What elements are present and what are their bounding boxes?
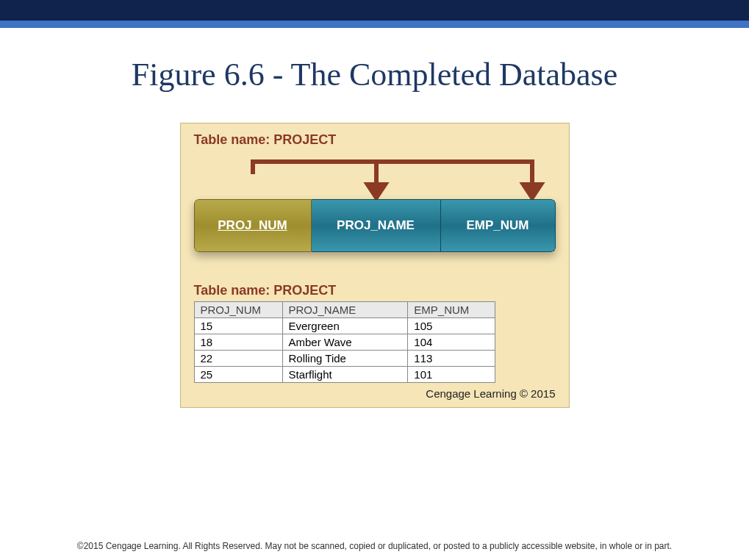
col-header-proj-num: PROJ_NUM xyxy=(194,302,282,318)
svg-marker-5 xyxy=(523,184,541,198)
schema-emp-cell: EMP_NUM xyxy=(441,199,556,252)
schema-pk-cell: PROJ_NUM xyxy=(194,199,312,252)
cell: 104 xyxy=(408,334,495,351)
schema-header-row: PROJ_NUM PROJ_NAME EMP_NUM xyxy=(194,199,556,252)
cell: 18 xyxy=(194,334,282,351)
data-table: PROJ_NUM PROJ_NAME EMP_NUM 15 Evergreen … xyxy=(194,301,495,383)
cell: 101 xyxy=(408,367,495,383)
table-row: 22 Rolling Tide 113 xyxy=(194,351,495,367)
header-bar-light xyxy=(0,21,749,28)
cell: 105 xyxy=(408,318,495,334)
arrow-diagram xyxy=(194,152,556,202)
table-row: 25 Starflight 101 xyxy=(194,367,495,383)
cell: Evergreen xyxy=(282,318,408,334)
table-header-row: PROJ_NUM PROJ_NAME EMP_NUM xyxy=(194,302,495,318)
header-bar-dark xyxy=(0,0,749,21)
dependency-arrows-icon xyxy=(194,152,562,205)
cell: Starflight xyxy=(282,367,408,383)
cell: Rolling Tide xyxy=(282,351,408,367)
table-label-bottom: Table name: PROJECT xyxy=(194,283,556,298)
svg-marker-4 xyxy=(368,184,385,198)
cell: 25 xyxy=(194,367,282,383)
slide-footer: ©2015 Cengage Learning. All Rights Reser… xyxy=(0,541,749,551)
figure-title: Figure 6.6 - The Completed Database xyxy=(0,56,749,93)
cell: 15 xyxy=(194,318,282,334)
figure-credit: Cengage Learning © 2015 xyxy=(194,387,556,400)
figure-box: Table name: PROJECT PROJ_NUM PROJ_NAME E… xyxy=(180,123,570,408)
col-header-proj-name: PROJ_NAME xyxy=(282,302,408,318)
col-header-emp-num: EMP_NUM xyxy=(408,302,495,318)
table-row: 18 Amber Wave 104 xyxy=(194,334,495,351)
cell: Amber Wave xyxy=(282,334,408,351)
cell: 22 xyxy=(194,351,282,367)
cell: 113 xyxy=(408,351,495,367)
table-row: 15 Evergreen 105 xyxy=(194,318,495,334)
schema-name-cell: PROJ_NAME xyxy=(312,199,441,252)
table-label-top: Table name: PROJECT xyxy=(194,132,556,148)
